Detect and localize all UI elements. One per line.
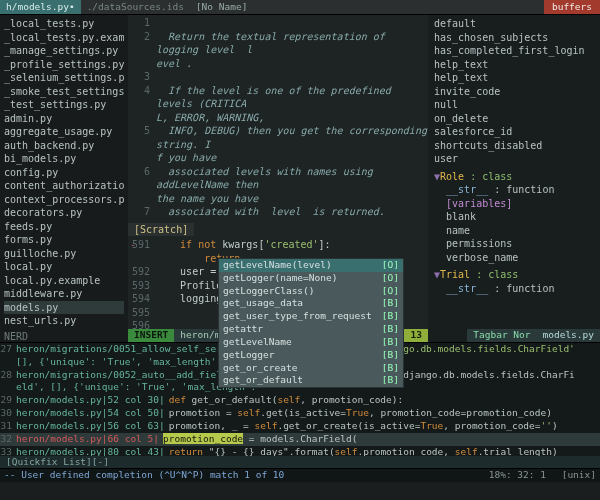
completion-item[interactable]: get_user_type_from_request[B] [219,310,403,323]
tag-item[interactable]: default [434,17,594,31]
file-item[interactable]: forms.py [4,233,124,247]
tag-item[interactable]: salesforce_id [434,125,594,139]
tag-item[interactable]: verbose_name [434,251,594,265]
file-item[interactable]: local.py.example [4,274,124,288]
tag-item[interactable]: has_chosen_subjects [434,31,594,45]
completion-item[interactable]: getLogger(name=None)[O] [219,272,403,285]
tag-class-heading[interactable]: ▼Trial : class [434,268,594,282]
file-item[interactable]: local.py [4,260,124,274]
file-item[interactable]: _manage_settings.py [4,44,124,58]
cmdline-enc: [unix] [552,469,596,480]
tag-item[interactable]: permissions [434,237,594,251]
quickfix-row[interactable]: 29heron/models.py|52 col 30| def get_or_… [0,394,600,407]
completion-popup[interactable]: getLevelName(level)[O]getLogger(name=Non… [218,258,404,388]
completion-item[interactable]: get_or_default[B] [219,374,403,387]
tag-item[interactable]: has_completed_first_login [434,44,594,58]
file-item[interactable]: feeds.py [4,220,124,234]
file-item[interactable]: models.py [4,301,124,315]
tag-item[interactable]: invite_code [434,85,594,99]
file-item[interactable]: decorators.py [4,206,124,220]
tab-datasources[interactable]: ./dataSources.ids [81,0,190,14]
file-item[interactable]: config.py [4,166,124,180]
tag-item[interactable]: user [434,152,594,166]
nerdtree-label: NERD [4,330,124,343]
file-item[interactable]: middleware.py [4,287,124,301]
completion-message: -- User defined completion (^U^N^P) matc… [4,469,479,482]
file-tree[interactable]: _local_tests.py_local_tests.py.example_m… [0,15,128,342]
tag-item[interactable]: shortcuts_disabled [434,139,594,153]
file-item[interactable]: bi_models.py [4,152,124,166]
tag-item[interactable]: null [434,98,594,112]
tagbar-pane[interactable]: defaulthas_chosen_subjectshas_completed_… [428,15,600,342]
completion-item[interactable]: getattr[B] [219,323,403,336]
file-item[interactable]: nest_urls.py [4,314,124,328]
quickfix-row[interactable]: 32heron/models.py|66 col 5| promotion_co… [0,433,600,446]
completion-item[interactable]: getLevelName[B] [219,336,403,349]
tag-item[interactable]: name [434,224,594,238]
file-item[interactable]: _profile_settings.py [4,58,124,72]
scratch-label: [Scratch] [128,223,194,237]
buffers-indicator[interactable]: buffers [544,0,600,14]
cmdline-right: 18%: 32: 1 [unix] [479,469,596,482]
tab-noname[interactable]: [No Name] [190,0,253,14]
tab-bar: h/models.py• ./dataSources.ids [No Name]… [0,0,600,14]
file-item[interactable]: _smoke_test_settings.py [4,85,124,99]
file-item[interactable]: guilloche.py [4,247,124,261]
tag-item[interactable]: [variables] [434,197,594,211]
file-item[interactable]: aggregate_usage.py [4,125,124,139]
quickfix-title: [Quickfix List][-] [0,456,600,468]
completion-item[interactable]: get_usage_data[B] [219,297,403,310]
file-item[interactable]: content_authorization.py [4,179,124,193]
tag-item[interactable]: help_text [434,71,594,85]
tag-item[interactable]: on_delete [434,112,594,126]
file-item[interactable]: context_processors.py [4,193,124,207]
tagbar-status: Tagbar Nor models.py [467,329,600,342]
tag-item[interactable]: blank [434,210,594,224]
file-item[interactable]: _selenium_settings.py [4,71,124,85]
tagbar-file: models.py [537,329,600,342]
completion-item[interactable]: getLevelName(level)[O] [219,259,403,272]
file-item[interactable]: admin.py [4,112,124,126]
completion-item[interactable]: getLoggerClass()[O] [219,285,403,298]
mode-indicator: INSERT [128,329,174,342]
tag-class-heading[interactable]: ▼Role : class [434,170,594,184]
quickfix-row[interactable]: 31heron/models.py|56 col 63| promotion, … [0,420,600,433]
quickfix-row[interactable]: 30heron/models.py|54 col 50| promotion =… [0,407,600,420]
tab-active[interactable]: h/models.py• [0,0,81,14]
doc-preview: 1 2 Return the textual representation of… [128,15,428,221]
completion-item[interactable]: get_or_create[B] [219,362,403,375]
file-item[interactable]: auth_backend.py [4,139,124,153]
file-item[interactable]: _local_tests.py [4,17,124,31]
tag-function[interactable]: __str__ : function [434,183,594,197]
file-item[interactable]: _test_settings.py [4,98,124,112]
cmdline-pos: 18%: 32: 1 [479,469,546,480]
quickfix-status: [Quickfix List][-] [0,456,600,468]
command-line[interactable]: -- User defined completion (^U^N^P) matc… [0,468,600,482]
tag-item[interactable]: help_text [434,58,594,72]
tag-function[interactable]: __str__ : function [434,282,594,296]
file-item[interactable]: _local_tests.py.example [4,31,124,45]
tagbar-mode: Tagbar Nor [467,329,536,342]
quickfix-row[interactable]: 33heron/models.py|80 col 43| return "{} … [0,446,600,457]
completion-item[interactable]: getLogger[B] [219,349,403,362]
